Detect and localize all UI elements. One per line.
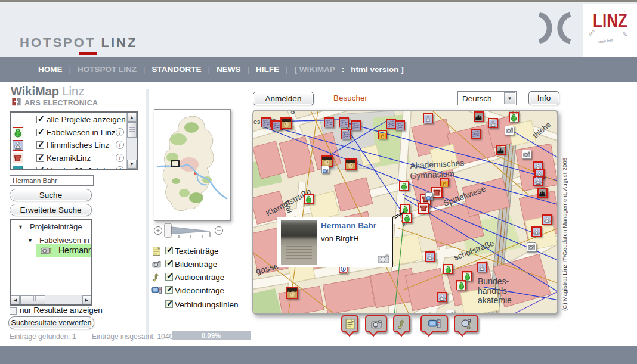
layer-checkbox[interactable] [36, 129, 44, 136]
nav-item-home[interactable]: HOME [38, 65, 63, 74]
camera-marker-icon[interactable] [505, 126, 514, 135]
tree-expand-icon2[interactable]: ▼ [27, 238, 33, 244]
statue-marker-icon[interactable] [324, 117, 334, 127]
tree-hscroll-thumb[interactable] [20, 295, 45, 304]
overview-map[interactable] [154, 109, 231, 221]
info-icon[interactable]: i [116, 128, 124, 136]
angel-marker-icon[interactable] [533, 176, 543, 186]
angel-marker-icon[interactable] [423, 113, 433, 123]
angel-marker-icon[interactable] [488, 118, 498, 128]
statue-marker-icon[interactable] [341, 129, 351, 139]
creature-marker-icon[interactable] [509, 112, 519, 122]
language-select[interactable]: Deutsch ▼ [457, 91, 517, 105]
creature-layer-icon [13, 127, 23, 138]
info-icon[interactable]: i [116, 154, 124, 162]
door-marker-icon[interactable] [378, 130, 387, 139]
layer-label: KeramikLinz [47, 154, 91, 163]
nav-item-wikimap[interactable]: [ WIKIMAP [295, 65, 335, 74]
creature-marker-icon[interactable] [399, 181, 409, 191]
search-button[interactable]: Suche [10, 189, 92, 201]
legend-checkbox[interactable] [165, 286, 173, 294]
legend-checkbox[interactable] [165, 260, 173, 267]
note-tool-bubble[interactable] [393, 315, 410, 332]
legend-checkbox[interactable] [165, 300, 173, 308]
nav-item-news[interactable]: NEWS [217, 65, 241, 74]
videosm-marker-icon[interactable] [321, 166, 329, 173]
building-marker-icon[interactable] [496, 145, 506, 155]
info-icon[interactable]: i [116, 141, 124, 149]
nav-item-hotspot-linz[interactable]: HOTSPOT LINZ [78, 65, 137, 74]
head-marker-icon[interactable] [280, 117, 292, 129]
building-marker-icon[interactable] [474, 111, 484, 122]
nav-separator: | [286, 65, 288, 74]
layer-row: Linz im 20. Jahrhunderti [11, 165, 137, 170]
discard-results-button[interactable]: Suchresultate verwerfen [8, 316, 94, 329]
videosm-marker-icon[interactable] [425, 192, 433, 200]
tree-expand-icon[interactable]: ▼ [18, 224, 23, 230]
tree-root-node[interactable]: Projekteinträge [30, 222, 82, 231]
layer-checkbox[interactable] [36, 154, 44, 162]
scroll-up-icon[interactable]: ▲ [127, 113, 137, 122]
statue-marker-icon[interactable] [471, 129, 481, 139]
statue-marker-icon[interactable] [351, 120, 361, 130]
angel-marker-icon[interactable] [477, 262, 487, 272]
login-button[interactable]: Anmelden [253, 92, 314, 105]
camera-marker-icon[interactable] [446, 310, 454, 315]
main-map[interactable]: esaadeKlammstraßeWalgasseAkademischesGym… [252, 110, 558, 315]
building-marker-icon[interactable] [537, 188, 548, 198]
scrollbar-thumb[interactable] [127, 122, 137, 138]
popup-photo[interactable] [281, 220, 317, 265]
creature-marker-icon[interactable] [456, 280, 466, 290]
angel-marker-icon[interactable] [542, 214, 552, 225]
page-tool-bubble[interactable] [341, 315, 358, 332]
scroll-left-icon[interactable]: ◀ [11, 295, 20, 304]
camera-tool-icon [368, 318, 385, 330]
statue-marker-icon[interactable] [261, 117, 271, 127]
brand-word2: LINZ [101, 35, 137, 50]
legend-checkbox[interactable] [165, 273, 173, 281]
nav-item-html-version[interactable]: html version ] [351, 65, 404, 74]
tree-leaf-label[interactable]: Hermann [58, 245, 92, 255]
angel-marker-icon[interactable] [437, 292, 447, 302]
layer-list-scrollbar[interactable]: ▲ ▼ [126, 113, 137, 169]
legend-row: Audioeinträge [151, 272, 234, 283]
head-marker-icon[interactable] [345, 158, 357, 170]
info-button[interactable]: Info [528, 91, 559, 105]
legend-checkbox[interactable] [165, 247, 173, 254]
pot-marker-icon[interactable] [418, 203, 429, 214]
legend-label: Audioeinträge [175, 273, 224, 282]
tree-hscrollbar[interactable]: ◀ ▶ [11, 295, 91, 304]
search-input[interactable] [10, 175, 94, 186]
popup-title[interactable]: Hermann Bahr [321, 221, 376, 230]
linz-logo-text: LINZ [593, 10, 627, 33]
creature-marker-icon[interactable] [304, 194, 314, 204]
nav-item-hilfe[interactable]: HILFE [256, 65, 279, 74]
scroll-down-icon[interactable]: ▼ [127, 160, 137, 169]
camera-marker-icon[interactable] [527, 242, 536, 252]
popup-author: von BirgitH [321, 234, 359, 243]
nav-item-standorte[interactable]: STANDORTE [152, 65, 202, 74]
camera-tool-bubble[interactable] [365, 315, 387, 332]
advanced-search-button[interactable]: Erweiterte Suche [10, 204, 92, 216]
layer-checkbox[interactable] [36, 167, 44, 170]
layer-label: alle Projekte anzeigen [47, 115, 126, 124]
searchmedia-tool-bubble[interactable] [454, 315, 478, 332]
only-results-checkbox[interactable] [10, 307, 17, 315]
select-arrow-icon[interactable]: ▼ [504, 92, 515, 104]
layer-checkbox[interactable] [36, 116, 44, 123]
creature-marker-icon[interactable] [443, 264, 453, 274]
angel-marker-icon[interactable] [425, 251, 435, 262]
camera-marker-icon[interactable] [522, 150, 531, 159]
angel-marker-icon[interactable] [531, 226, 542, 237]
statue-marker-icon[interactable] [395, 120, 405, 130]
videotv-tool-bubble[interactable] [420, 315, 448, 332]
scroll-right-icon[interactable]: ▶ [82, 295, 91, 304]
zoom-slider-handle [165, 223, 171, 237]
layer-row: KeramikLinzi [11, 153, 137, 165]
zoom-control[interactable] [151, 223, 229, 239]
statue-marker-icon[interactable] [339, 117, 349, 127]
layer-checkbox[interactable] [36, 141, 44, 149]
head-marker-icon[interactable] [286, 287, 298, 299]
door-marker-icon[interactable] [440, 178, 449, 186]
nav-separator: | [143, 65, 146, 74]
